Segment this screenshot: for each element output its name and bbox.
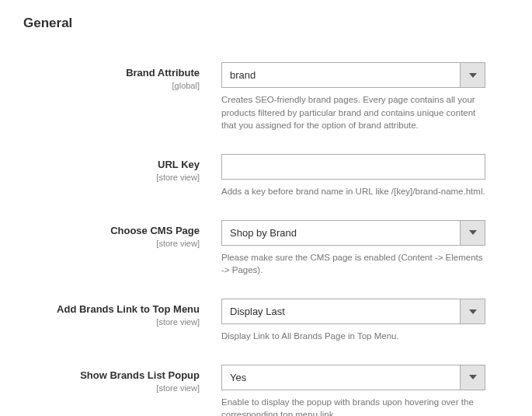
brand-attribute-value: brand (222, 69, 460, 81)
label-col: URL Key [store view] (23, 154, 221, 198)
url-key-hint: Adds a key before brand name in URL like… (221, 185, 485, 198)
label-col: Show Brands List Popup [store view] (23, 365, 221, 416)
input-col: Display Last Display Link to All Brands … (221, 299, 485, 343)
cms-page-select[interactable]: Shop by Brand (221, 220, 485, 246)
cms-page-value: Shop by Brand (222, 227, 460, 239)
popup-label: Show Brands List Popup (23, 369, 200, 383)
label-col: Brand Attribute [global] (23, 62, 221, 132)
chevron-down-icon (460, 63, 485, 87)
popup-select[interactable]: Yes (221, 365, 485, 390)
label-col: Add Brands Link to Top Menu [store view] (23, 299, 221, 343)
chevron-down-icon (460, 299, 485, 323)
input-col: Yes Enable to display the popup with bra… (221, 365, 485, 416)
field-row-url-key: URL Key [store view] Adds a key before b… (23, 154, 509, 198)
input-col: brand Creates SEO-friendly brand pages. … (221, 62, 485, 132)
chevron-down-icon (460, 221, 485, 245)
brand-attribute-scope: [global] (23, 81, 200, 90)
input-col: Shop by Brand Please make sure the CMS p… (221, 220, 485, 277)
top-menu-label: Add Brands Link to Top Menu (23, 303, 200, 316)
url-key-scope: [store view] (23, 173, 200, 182)
field-row-brand-attribute: Brand Attribute [global] brand Creates S… (23, 62, 509, 132)
brand-attribute-label: Brand Attribute (23, 67, 200, 80)
top-menu-value: Display Last (222, 306, 460, 317)
input-col: Adds a key before brand name in URL like… (221, 154, 485, 198)
field-row-cms-page: Choose CMS Page [store view] Shop by Bra… (23, 220, 509, 277)
section-title: General (23, 16, 509, 31)
url-key-label: URL Key (23, 159, 200, 172)
top-menu-scope: [store view] (23, 317, 200, 327)
cms-page-scope: [store view] (23, 239, 200, 248)
popup-value: Yes (222, 372, 460, 383)
top-menu-hint: Display Link to All Brands Page in Top M… (221, 330, 485, 343)
field-row-top-menu: Add Brands Link to Top Menu [store view]… (23, 299, 509, 343)
url-key-input[interactable] (221, 154, 485, 180)
popup-hint: Enable to display the popup with brands … (221, 396, 485, 416)
field-row-popup: Show Brands List Popup [store view] Yes … (23, 365, 509, 416)
top-menu-select[interactable]: Display Last (221, 299, 485, 324)
popup-scope: [store view] (23, 383, 200, 393)
cms-page-hint: Please make sure the CMS page is enabled… (221, 251, 485, 277)
brand-attribute-select[interactable]: brand (221, 62, 485, 88)
label-col: Choose CMS Page [store view] (23, 220, 221, 277)
cms-page-label: Choose CMS Page (23, 225, 200, 238)
chevron-down-icon (460, 365, 485, 390)
brand-attribute-hint: Creates SEO-friendly brand pages. Every … (221, 93, 485, 132)
